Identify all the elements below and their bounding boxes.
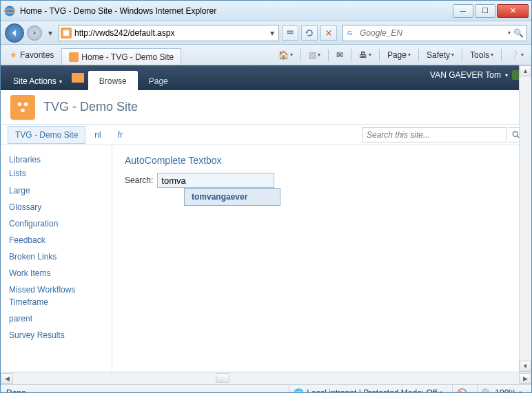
close-button[interactable]: ✕: [497, 4, 529, 18]
sp-ribbon: Site Actions▾ Browse Page VAN GAEVER Tom…: [1, 65, 531, 90]
zoom-control[interactable]: 🔍 100% ▾: [477, 385, 526, 393]
compat-view-button[interactable]: [282, 25, 298, 41]
autocomplete-option[interactable]: tomvangaever: [185, 189, 280, 205]
safety-menu[interactable]: Safety ▾: [423, 47, 458, 63]
page-viewport: Site Actions▾ Browse Page VAN GAEVER Tom…: [1, 65, 531, 372]
webpart-title: AutoComplete Textbox: [125, 155, 519, 166]
leftnav-configuration[interactable]: Configuration: [9, 215, 103, 232]
site-title-band: TVG - Demo Site: [1, 90, 531, 125]
google-icon: G: [346, 28, 357, 39]
rss-icon: ▧: [309, 50, 316, 60]
svg-rect-2: [63, 30, 69, 35]
url-dropdown-icon[interactable]: ▾: [267, 28, 277, 38]
leftnav-survey[interactable]: Survey Results: [9, 327, 103, 343]
main-content: AutoComplete Textbox Search: tomvangaeve…: [112, 145, 531, 372]
leftnav-parent[interactable]: parent: [9, 310, 103, 327]
leftnav-brokenlinks[interactable]: Broken Links: [9, 248, 103, 265]
favorites-button[interactable]: ★ Favorites: [5, 47, 59, 63]
leftnav-libraries[interactable]: Libraries: [9, 155, 103, 164]
ribbon-tab-browse[interactable]: Browse: [88, 71, 138, 90]
window-titlebar: Home - TVG - Demo Site - Windows Interne…: [1, 1, 531, 21]
leftnav-missedwf[interactable]: Missed Workflows Timeframe: [9, 282, 103, 310]
home-button[interactable]: 🏠▾: [275, 47, 296, 63]
leftnav-large[interactable]: Large: [9, 182, 103, 199]
svg-point-7: [21, 108, 25, 112]
browser-search-box[interactable]: G ▾ 🔍: [342, 25, 527, 41]
scroll-up-icon[interactable]: ▲: [520, 65, 531, 76]
maximize-button[interactable]: ☐: [475, 4, 495, 18]
forward-button[interactable]: [27, 25, 42, 41]
window-title: Home - TVG - Demo Site - Windows Interne…: [20, 6, 453, 16]
navigate-up-icon[interactable]: [72, 73, 84, 83]
security-zone[interactable]: 🌐 Local intranet | Protected Mode: Off ▾: [289, 385, 447, 393]
sp-body: Libraries Lists Large Glossary Configura…: [1, 145, 531, 372]
favorites-label: Favorites: [20, 50, 54, 60]
address-box[interactable]: ▾: [59, 25, 279, 41]
browser-search-input[interactable]: [360, 28, 508, 38]
vertical-scrollbar[interactable]: ▲ ▼: [519, 65, 531, 372]
minimize-button[interactable]: ─: [453, 4, 473, 18]
print-button[interactable]: 🖶▾: [356, 47, 375, 63]
site-search-box[interactable]: [362, 127, 507, 142]
site-logo[interactable]: [10, 95, 35, 120]
url-input[interactable]: [74, 28, 267, 38]
home-icon: 🏠: [278, 50, 289, 60]
scroll-right-icon[interactable]: ▶: [519, 373, 531, 384]
leftnav-workitems[interactable]: Work Items: [9, 265, 103, 282]
ie-icon: [3, 5, 16, 17]
tab-title: Home - TVG - Demo Site: [81, 52, 174, 62]
refresh-button[interactable]: [301, 25, 318, 41]
svg-point-6: [24, 102, 28, 106]
print-icon: 🖶: [359, 50, 367, 60]
site-favicon: [61, 28, 72, 39]
svg-point-0: [5, 6, 15, 16]
svg-text:G: G: [347, 30, 352, 36]
address-bar-row: ▾ ▾ G ▾ 🔍: [1, 21, 531, 45]
feeds-button[interactable]: ▧▾: [305, 47, 324, 63]
autocomplete-input[interactable]: [157, 173, 274, 188]
scroll-down-icon[interactable]: ▼: [520, 361, 531, 372]
scroll-left-icon[interactable]: ◀: [1, 373, 13, 384]
svg-point-8: [513, 131, 518, 136]
leftnav-lists[interactable]: Lists: [9, 169, 103, 178]
mail-button[interactable]: ✉: [333, 47, 347, 63]
status-bar: Done 🌐 Local intranet | Protected Mode: …: [1, 384, 531, 393]
protected-mode-toggle[interactable]: 🚫: [452, 385, 471, 393]
search-go-icon[interactable]: 🔍: [513, 28, 524, 38]
zoom-icon: 🔍: [482, 388, 492, 394]
globe-icon: 🌐: [294, 388, 304, 394]
search-label: Search:: [125, 176, 153, 185]
status-text: Done: [6, 388, 26, 394]
nav-history-dropdown[interactable]: ▾: [45, 25, 56, 41]
site-actions-menu[interactable]: Site Actions▾: [8, 72, 68, 90]
back-button[interactable]: [5, 23, 24, 43]
top-nav: TVG - Demo Site nl fr: [1, 125, 531, 145]
mail-icon: ✉: [336, 50, 343, 60]
star-icon: ★: [10, 50, 17, 60]
svg-point-5: [18, 102, 22, 106]
browser-tab[interactable]: Home - TVG - Demo Site: [61, 48, 181, 65]
command-bar: ★ Favorites Home - TVG - Demo Site 🏠▾ ▧▾…: [1, 45, 531, 65]
leftnav-glossary[interactable]: Glossary: [9, 199, 103, 215]
user-menu[interactable]: VAN GAEVER Tom▾: [423, 70, 531, 85]
autocomplete-popup: tomvangaever: [184, 188, 280, 206]
tools-menu[interactable]: Tools ▾: [467, 47, 497, 63]
help-icon: ❔: [509, 50, 520, 60]
site-title: TVG - Demo Site: [43, 100, 138, 114]
leftnav-feedback[interactable]: Feedback: [9, 232, 103, 248]
topnav-fr[interactable]: fr: [110, 126, 130, 144]
horizontal-scrollbar[interactable]: ◀ ▶: [1, 372, 531, 384]
stop-button[interactable]: [320, 25, 337, 41]
shield-icon: 🚫: [457, 388, 467, 394]
page-menu[interactable]: Page ▾: [384, 47, 414, 63]
site-search-input[interactable]: [367, 130, 502, 140]
ribbon-tab-page[interactable]: Page: [138, 71, 179, 90]
search-dropdown-icon[interactable]: ▾: [508, 30, 511, 36]
topnav-home[interactable]: TVG - Demo Site: [8, 126, 85, 144]
tab-favicon: [69, 52, 79, 62]
help-button[interactable]: ❔▾: [506, 47, 527, 63]
quick-launch: Libraries Lists Large Glossary Configura…: [1, 145, 112, 372]
topnav-nl[interactable]: nl: [87, 126, 108, 144]
